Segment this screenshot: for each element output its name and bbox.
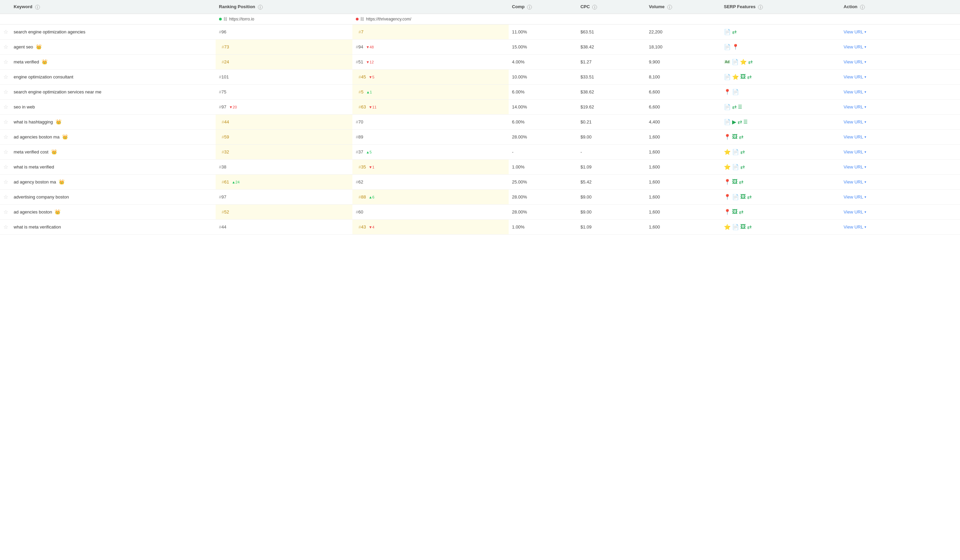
table-row: ☆ search engine optimization agencies #9… xyxy=(0,24,960,39)
action-info-icon[interactable]: i xyxy=(860,5,865,10)
chevron-down-icon: ▾ xyxy=(864,135,866,139)
site2-rank-cell: #60 xyxy=(352,204,509,219)
rank-hash: # xyxy=(219,74,221,80)
keyword-text: agent seo xyxy=(14,44,33,50)
sites-cpc-spacer xyxy=(577,14,645,24)
action-cell: View URL ▾ xyxy=(840,99,960,114)
favorite-star[interactable]: ☆ xyxy=(3,194,8,200)
site2-url: https://thriveagency.com/ xyxy=(366,17,411,21)
site1-rank-cell: #97 xyxy=(216,189,352,204)
favorite-star[interactable]: ☆ xyxy=(3,134,8,140)
rank-hash: # xyxy=(356,179,358,184)
serp-icons-container: 📄⭐🖼⇄ xyxy=(724,74,837,80)
crown-icon: 👑 xyxy=(54,209,61,214)
rank-number: 63 xyxy=(361,104,366,109)
comp-cell: 15.00% xyxy=(509,39,577,54)
keyword-text: what is hashtagging xyxy=(14,119,53,125)
serp-shuffle-icon: ⇄ xyxy=(738,119,742,125)
view-url-button[interactable]: View URL ▾ xyxy=(844,149,867,155)
ranking-position-info-icon[interactable]: i xyxy=(258,5,263,10)
rank-number: 61 xyxy=(224,179,229,184)
crown-icon: 👑 xyxy=(59,179,64,184)
cpc-cell: $33.51 xyxy=(577,69,645,84)
volume-cell: 1,600 xyxy=(645,219,720,234)
serp-shuffle-icon: ⇄ xyxy=(747,194,752,200)
site1-rank-cell: #32 xyxy=(216,144,352,159)
keyword-col-header: Keyword i xyxy=(10,0,216,14)
serp-list-icon: ☰ xyxy=(743,119,748,125)
favorite-star[interactable]: ☆ xyxy=(3,89,8,95)
view-url-label: View URL xyxy=(844,179,864,184)
serp-features-cell: 📄⇄☰ xyxy=(720,99,840,114)
action-cell: View URL ▾ xyxy=(840,174,960,189)
cpc-info-icon[interactable]: i xyxy=(592,5,597,10)
volume-cell: 1,600 xyxy=(645,204,720,219)
serp-doc-icon: 📄 xyxy=(732,59,739,65)
action-cell: View URL ▾ xyxy=(840,159,960,174)
view-url-label: View URL xyxy=(844,74,864,80)
serp-icons-container: 📄⇄ xyxy=(724,29,837,35)
view-url-button[interactable]: View URL ▾ xyxy=(844,134,867,139)
favorite-star[interactable]: ☆ xyxy=(3,149,8,155)
view-url-button[interactable]: View URL ▾ xyxy=(844,74,867,80)
view-url-button[interactable]: View URL ▾ xyxy=(844,179,867,184)
view-url-button[interactable]: View URL ▾ xyxy=(844,59,867,64)
volume-info-icon[interactable]: i xyxy=(667,5,672,10)
serp-doc-icon: 📄 xyxy=(724,29,731,35)
serp-features-info-icon[interactable]: i xyxy=(758,5,763,10)
favorite-star[interactable]: ☆ xyxy=(3,179,8,185)
favorite-star[interactable]: ☆ xyxy=(3,209,8,215)
serp-doc-icon: 📄 xyxy=(724,104,731,110)
action-cell: View URL ▾ xyxy=(840,84,960,99)
view-url-button[interactable]: View URL ▾ xyxy=(844,104,867,109)
crown-icon: 👑 xyxy=(56,119,61,125)
favorite-star[interactable]: ☆ xyxy=(3,164,8,170)
keyword-info-icon[interactable]: i xyxy=(35,5,40,10)
chevron-down-icon: ▾ xyxy=(864,105,866,109)
comp-info-icon[interactable]: i xyxy=(527,5,532,10)
favorite-star[interactable]: ☆ xyxy=(3,44,8,50)
view-url-button[interactable]: View URL ▾ xyxy=(844,29,867,34)
action-cell: View URL ▾ xyxy=(840,114,960,129)
serp-icons-container: 📄📍 xyxy=(724,44,837,50)
view-url-button[interactable]: View URL ▾ xyxy=(844,224,867,230)
serp-icons-container: 📍🖼⇄ xyxy=(724,209,837,215)
table-row: ☆ meta verified 👑 #24 #51 ▼12 4.00% $1.2… xyxy=(0,54,960,69)
view-url-button[interactable]: View URL ▾ xyxy=(844,44,867,50)
comp-cell: 28.00% xyxy=(509,129,577,144)
favorite-star[interactable]: ☆ xyxy=(3,104,8,110)
chevron-down-icon: ▾ xyxy=(864,165,866,169)
favorite-star[interactable]: ☆ xyxy=(3,119,8,125)
serp-pin-icon: 📍 xyxy=(732,44,739,50)
favorite-star[interactable]: ☆ xyxy=(3,224,8,230)
view-url-button[interactable]: View URL ▾ xyxy=(844,194,867,200)
serp-icons-container: 📄⇄☰ xyxy=(724,104,837,110)
serp-doc-icon: 📄 xyxy=(732,194,739,200)
site1-status-dot xyxy=(219,18,222,21)
header-row: Keyword i Ranking Position i Comp i CPC … xyxy=(0,0,960,14)
volume-col-label: Volume xyxy=(649,4,664,9)
volume-cell: 1,600 xyxy=(645,174,720,189)
volume-cell: 1,600 xyxy=(645,144,720,159)
favorite-star[interactable]: ☆ xyxy=(3,29,8,35)
rank-number: 101 xyxy=(221,74,229,80)
serp-star-icon: ⭐ xyxy=(724,149,731,155)
rank-hash: # xyxy=(222,210,224,214)
keyword-cell: meta verified cost 👑 xyxy=(10,144,216,159)
view-url-button[interactable]: View URL ▾ xyxy=(844,165,867,170)
rank-hash: # xyxy=(358,29,361,34)
rank-number: 59 xyxy=(224,134,229,139)
view-url-label: View URL xyxy=(844,90,864,94)
serp-features-cell: 📄⇄ xyxy=(720,24,840,39)
favorite-star[interactable]: ☆ xyxy=(3,74,8,80)
view-url-button[interactable]: View URL ▾ xyxy=(844,210,867,214)
rank-number: 37 xyxy=(358,149,363,155)
view-url-button[interactable]: View URL ▾ xyxy=(844,119,867,125)
site2-rank-cell: #63 ▼11 xyxy=(352,99,509,114)
view-url-button[interactable]: View URL ▾ xyxy=(844,90,867,94)
comp-cell: 14.00% xyxy=(509,99,577,114)
serp-icons-container: ⭐📄⇄ xyxy=(724,164,837,170)
favorite-star[interactable]: ☆ xyxy=(3,59,8,65)
action-cell: View URL ▾ xyxy=(840,144,960,159)
table-row: ☆ ad agencies boston ma 👑 #59 #89 28.00%… xyxy=(0,129,960,144)
